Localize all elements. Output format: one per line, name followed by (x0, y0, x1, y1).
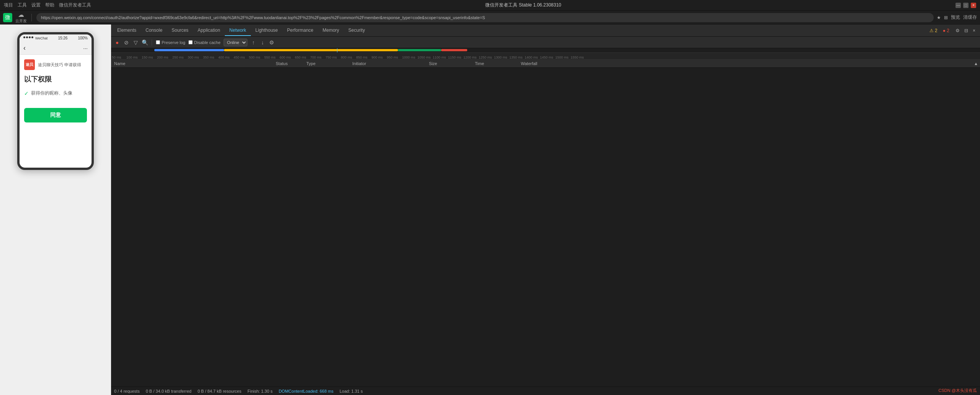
tab-security[interactable]: Security (344, 25, 370, 36)
status-bar: 0 / 4 requests 0 B / 34.0 kB transferred… (111, 387, 980, 395)
close-button[interactable]: × (971, 3, 976, 8)
ruler-tick: 1550 ms (571, 55, 586, 59)
permission-text: 获得你的昵称、头像 (31, 90, 72, 96)
ruler-tick: 1350 ms (509, 55, 525, 59)
filter-button[interactable]: ▽ (133, 39, 139, 46)
ruler-tick: 1150 ms (448, 55, 463, 59)
bookmark-icon[interactable]: ⊞ (944, 15, 948, 20)
nav-right: 预览 清缓存 (951, 14, 977, 21)
disable-cache-toggle[interactable]: Disable cache (188, 40, 221, 45)
signal-dot (26, 36, 28, 38)
cloud-dev-label: 云开发 (15, 18, 27, 24)
phone-content: 途贝 途贝聊天技巧 申请获得 以下权限 ✓ 获得你的昵称、头像 同意 (20, 55, 92, 127)
devtools-close-icon[interactable]: × (973, 28, 975, 33)
nav-bar: 微 ☁ 云开发 https://open.weixin.qq.com/conne… (0, 11, 980, 24)
col-type[interactable]: Type (306, 61, 352, 66)
col-name[interactable]: Name (111, 61, 276, 66)
window-controls[interactable]: — □ × (955, 3, 976, 8)
search-button[interactable]: 🔍 (142, 39, 148, 46)
url-text: https://open.weixin.qq.com/connect/oauth… (41, 15, 485, 20)
import-icon[interactable]: ↑ (250, 39, 257, 46)
network-requests-list (111, 68, 980, 395)
disable-cache-checkbox[interactable] (188, 40, 193, 44)
more-icon[interactable]: ⚙ (269, 39, 275, 46)
ruler-tick: 450 ms (234, 55, 249, 59)
tab-performance[interactable]: Performance (283, 25, 318, 36)
ruler-tick: 250 ms (172, 55, 188, 59)
main-container: WeChat 15:26 100% ‹ ··· 途贝 途贝聊天技巧 申请获得 以… (0, 24, 980, 395)
error-count: ● 2 (943, 28, 949, 33)
ruler-tick: 400 ms (218, 55, 234, 59)
load-time: Load: 1.31 s (340, 389, 363, 393)
preserve-log-checkbox[interactable] (156, 40, 160, 44)
refresh-button[interactable]: 清缓存 (963, 14, 977, 21)
tab-network[interactable]: Network (225, 25, 251, 36)
ruler-tick: 50 ms (111, 55, 126, 59)
ruler-tick: 850 ms (356, 55, 371, 59)
app-logo-char: 微 (5, 14, 10, 21)
ruler-tick: 1500 ms (555, 55, 571, 59)
col-initiator[interactable]: Initiator (352, 61, 429, 66)
cloud-dev-button[interactable]: ☁ 云开发 (15, 11, 27, 24)
url-bar[interactable]: https://open.weixin.qq.com/connect/oauth… (36, 13, 934, 22)
star-icon[interactable]: ★ (937, 15, 941, 20)
title-bar: 项目 工具 设置 帮助 微信开发者工具 微信开发者工具 Stable 1.06.… (0, 0, 980, 11)
menu-settings[interactable]: 设置 (31, 2, 41, 8)
disable-cache-text: Disable cache (194, 40, 221, 45)
menu-help[interactable]: 帮助 (45, 2, 54, 8)
timeline-segment-blue (154, 49, 224, 51)
minimize-button[interactable]: — (955, 3, 961, 8)
finish-time: Finish: 1.30 s (247, 389, 272, 393)
col-sort-icon: ▲ (974, 61, 980, 66)
title-bar-menu[interactable]: 项目 工具 设置 帮助 微信开发者工具 (4, 2, 91, 8)
menu-devtools[interactable]: 微信开发者工具 (59, 2, 91, 8)
preview-button[interactable]: 预览 (951, 14, 960, 21)
app-title: 微信开发者工具 Stable 1.06.2308310 (485, 2, 561, 8)
col-time[interactable]: Time (475, 61, 521, 66)
menu-tools[interactable]: 工具 (18, 2, 27, 8)
dock-icon[interactable]: ⊟ (964, 28, 968, 33)
timeline-cursor-blue (337, 48, 337, 52)
settings-icon[interactable]: ⚙ (955, 28, 960, 33)
ruler-tick: 1250 ms (479, 55, 494, 59)
tab-elements[interactable]: Elements (113, 25, 141, 36)
ruler-tick: 350 ms (203, 55, 218, 59)
timeline-segment-red (441, 49, 467, 51)
ruler-tick: 900 ms (371, 55, 387, 59)
clear-button[interactable]: ⊘ (123, 39, 129, 46)
tab-memory[interactable]: Memory (318, 25, 344, 36)
tab-sources[interactable]: Sources (167, 25, 193, 36)
warning-count: ⚠ 2 (929, 28, 937, 33)
ruler-tick: 750 ms (326, 55, 341, 59)
export-icon[interactable]: ↓ (260, 39, 266, 46)
tab-lighthouse[interactable]: Lighthouse (251, 25, 283, 36)
ruler-tick: 1100 ms (433, 55, 448, 59)
requests-count: 0 / 4 requests (114, 389, 140, 393)
ruler-tick: 950 ms (387, 55, 402, 59)
tab-application[interactable]: Application (193, 25, 225, 36)
devtools-tabs: Elements Console Sources Application Net… (111, 24, 980, 37)
phone-back-icon[interactable]: ‹ (23, 44, 26, 52)
record-button[interactable]: ● (114, 39, 120, 46)
mini-app-logo: 途贝 (24, 59, 35, 70)
agree-button[interactable]: 同意 (24, 108, 87, 122)
col-size[interactable]: Size (429, 61, 475, 66)
tab-console[interactable]: Console (141, 25, 167, 36)
preserve-log-toggle[interactable]: Elements Preserve log (156, 40, 185, 45)
network-column-headers: Name Status Type Initiator Size Time Wat… (111, 60, 980, 68)
col-status[interactable]: Status (276, 61, 306, 66)
maximize-button[interactable]: □ (963, 3, 969, 8)
signal-dot (29, 36, 31, 38)
permission-title: 以下权限 (24, 75, 87, 84)
ruler-tick: 300 ms (188, 55, 203, 59)
timeline-segment-yellow (224, 49, 398, 51)
preserve-log-text: Preserve log (162, 40, 185, 45)
col-waterfall[interactable]: Waterfall (521, 61, 974, 66)
check-icon: ✓ (24, 90, 29, 96)
ruler-tick: 1400 ms (525, 55, 540, 59)
ruler-tick: 550 ms (264, 55, 280, 59)
menu-project[interactable]: 项目 (4, 2, 13, 8)
throttle-select[interactable]: Online (224, 39, 247, 46)
phone-more-icon[interactable]: ··· (83, 45, 88, 51)
watermark: CSDN @木头没有瓜 (939, 388, 977, 393)
